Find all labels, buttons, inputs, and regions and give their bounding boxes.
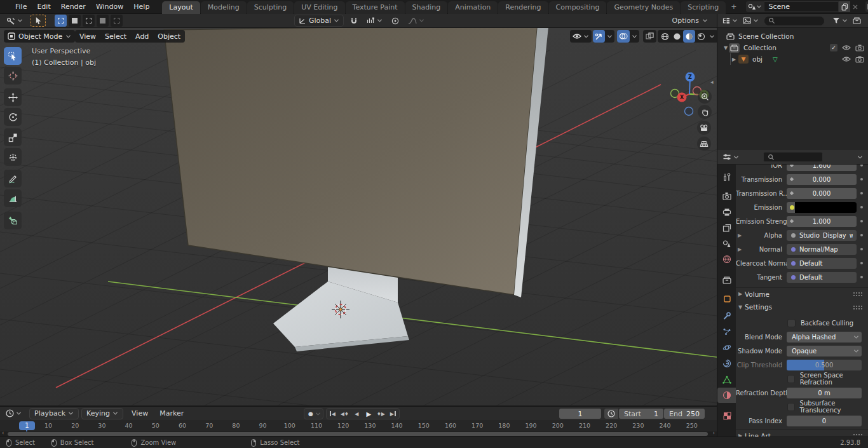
outliner-search-input[interactable] <box>764 16 825 26</box>
outliner-row-scene-collection[interactable]: Scene Collection <box>717 31 868 42</box>
viewport-menu-select[interactable]: Select <box>100 32 131 41</box>
tab-render[interactable] <box>717 188 736 203</box>
workspace-tab-sculpting[interactable]: Sculpting <box>247 1 294 14</box>
tab-collection[interactable] <box>717 273 736 288</box>
render-visibility-camera-icon[interactable] <box>855 56 864 63</box>
viewport-3d-scene[interactable] <box>0 28 717 405</box>
proportional-falloff-dropdown[interactable] <box>405 15 427 27</box>
scene-unlink-button[interactable] <box>850 1 860 12</box>
panel-settings[interactable]: ▼Settings <box>736 301 868 313</box>
view-layer-browse-button[interactable] <box>865 1 868 12</box>
tab-tool[interactable] <box>717 170 736 185</box>
clearcoat-normal-link-field[interactable]: Default <box>787 258 857 269</box>
menu-render[interactable]: Render <box>56 3 91 11</box>
tool-annotate[interactable] <box>4 170 22 187</box>
auto-keying-button[interactable]: ● <box>304 408 323 419</box>
alpha-link-field[interactable]: Studio_Display_with... <box>787 230 857 241</box>
outliner-editor-menu[interactable] <box>720 15 740 27</box>
frame-end-field[interactable]: End250 <box>664 409 705 419</box>
snap-settings-dropdown[interactable] <box>364 15 385 27</box>
select-mode-intersect[interactable] <box>111 15 123 27</box>
menu-edit[interactable]: Edit <box>32 3 55 11</box>
scene-copy-button[interactable] <box>839 1 850 12</box>
transmission-roughness-field[interactable]: 0.000 <box>787 188 857 199</box>
scrollbar-thumb[interactable] <box>8 432 708 436</box>
viewport-menu-view[interactable]: View <box>75 32 100 41</box>
jump-to-start-button[interactable]: ◀ <box>327 409 339 419</box>
proportional-editing-toggle[interactable] <box>389 15 402 27</box>
workspace-tab-rendering[interactable]: Rendering <box>498 1 548 14</box>
overlays-settings-dropdown[interactable] <box>630 30 639 43</box>
object-mode-dropdown[interactable]: Object Mode <box>4 30 75 43</box>
menu-file[interactable]: File <box>10 3 32 11</box>
tool-move[interactable] <box>4 88 22 106</box>
select-mode-invert[interactable] <box>97 15 109 27</box>
workspace-tab-uv-editing[interactable]: UV Editing <box>294 1 344 14</box>
normal-link-field[interactable]: Normal/Map <box>787 244 857 255</box>
play-reverse-button[interactable]: ◀ <box>351 409 363 419</box>
hide-eye-icon[interactable] <box>842 56 851 62</box>
region-collapse-arrow[interactable]: ◂ <box>710 79 714 85</box>
next-keyframe-button[interactable]: ♦▶ <box>375 409 387 419</box>
tab-constraints[interactable] <box>717 356 736 371</box>
expand-arrow-icon[interactable]: ▶ <box>738 233 742 238</box>
active-tool-select-box[interactable] <box>31 15 46 27</box>
tab-material[interactable] <box>717 388 736 403</box>
scene-browse-button[interactable] <box>746 1 764 12</box>
tab-output[interactable] <box>717 204 736 219</box>
emission-strength-field[interactable]: 1.000 <box>787 216 857 227</box>
shading-rendered-button[interactable] <box>695 30 707 43</box>
properties-search-input[interactable] <box>763 152 823 162</box>
camera-view-button[interactable] <box>697 121 711 135</box>
tab-scene[interactable] <box>717 236 736 251</box>
menu-window[interactable]: Window <box>91 3 128 11</box>
jump-to-end-button[interactable]: ▶ <box>387 409 399 419</box>
tool-cursor[interactable] <box>4 67 22 85</box>
outliner-row-obj[interactable]: ▶ ▼ obj ▽ <box>717 53 868 65</box>
screen-space-refraction-checkbox[interactable] <box>787 375 795 383</box>
workspace-tab-texture-paint[interactable]: Texture Paint <box>346 1 405 14</box>
current-frame-badge[interactable]: 1 <box>19 421 35 430</box>
tool-add-cube[interactable] <box>4 212 22 229</box>
select-mode-extend[interactable] <box>69 15 81 27</box>
refraction-depth-field[interactable]: 0 m <box>787 388 862 398</box>
new-collection-button[interactable] <box>850 15 864 27</box>
shading-wireframe-button[interactable] <box>659 30 671 43</box>
marker-menu[interactable]: Marker <box>154 409 189 417</box>
transform-orientation-dropdown[interactable]: Global <box>294 15 344 27</box>
workspace-tab-geometry-nodes[interactable]: Geometry Nodes <box>607 1 680 14</box>
ior-field[interactable]: 1.600 <box>787 165 857 171</box>
show-overlays-toggle[interactable] <box>617 30 630 43</box>
tool-transform[interactable] <box>4 148 22 166</box>
viewport-canvas[interactable]: Object Mode ViewSelectAddObject <box>0 28 717 405</box>
scroll-left-arrow[interactable]: ‹ <box>2 430 4 436</box>
workspace-tab-scripting[interactable]: Scripting <box>681 1 726 14</box>
tool-rotate[interactable] <box>4 108 22 126</box>
zoom-view-button[interactable] <box>698 90 712 104</box>
pass-index-field[interactable]: 0 <box>787 416 862 426</box>
expand-arrow-icon[interactable]: ▼ <box>722 45 729 51</box>
xray-toggle[interactable] <box>643 30 656 43</box>
tangent-link-field[interactable]: Default <box>787 272 857 283</box>
menu-help[interactable]: Help <box>128 3 154 11</box>
options-dropdown[interactable]: Options <box>670 15 710 27</box>
use-preview-range-button[interactable] <box>604 409 618 419</box>
keying-menu[interactable]: Keying <box>81 408 123 419</box>
emission-color-swatch[interactable] <box>787 202 857 213</box>
shading-settings-dropdown[interactable] <box>707 30 717 43</box>
workspace-tab-animation[interactable]: Animation <box>448 1 498 14</box>
frame-start-field[interactable]: Start1 <box>619 409 663 419</box>
expand-arrow-icon[interactable]: ▶ <box>738 247 742 252</box>
properties-editor-menu[interactable] <box>720 151 742 163</box>
tab-world[interactable] <box>717 252 736 267</box>
object-visibility-dropdown[interactable] <box>570 30 592 43</box>
scene-name-field[interactable]: Scene <box>764 1 839 12</box>
blend-mode-dropdown[interactable]: Alpha Hashed <box>787 332 862 343</box>
render-visibility-camera-icon[interactable] <box>855 44 864 51</box>
tab-view-layer[interactable] <box>717 220 736 235</box>
tab-modifiers[interactable] <box>717 308 736 323</box>
collection-checkbox[interactable]: ✓ <box>830 44 837 51</box>
clip-threshold-slider[interactable]: 0.500 <box>787 360 862 370</box>
timeline-scrollbar[interactable]: ‹ › <box>0 431 717 437</box>
tab-object[interactable] <box>717 291 736 306</box>
